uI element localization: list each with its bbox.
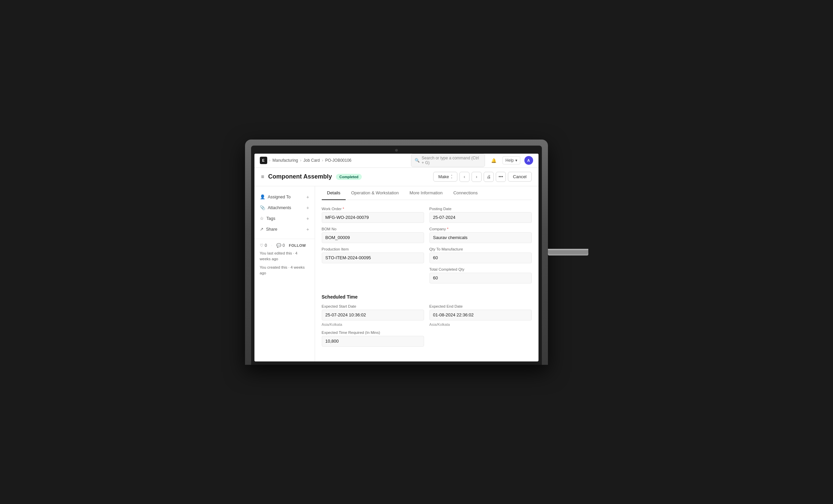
sidebar-item-assigned-to-left: 👤 Assigned To	[260, 194, 291, 199]
app-logo[interactable]: E	[260, 157, 267, 164]
expected-start-date-group: Expected Start Date 25-07-2024 10:36:02 …	[322, 304, 424, 326]
assigned-to-add-icon[interactable]: +	[306, 194, 309, 200]
production-item-group: Production Item STO-ITEM-2024-00095	[322, 247, 424, 263]
spacer-group-2	[429, 330, 532, 347]
tab-details[interactable]: Details	[322, 186, 346, 200]
expected-end-date-label: Expected End Date	[429, 304, 532, 308]
hamburger-icon[interactable]: ≡	[261, 174, 264, 180]
bom-no-group: BOM No BOM_00009	[322, 227, 424, 243]
bom-no-value[interactable]: BOM_00009	[322, 232, 424, 243]
likes-item[interactable]: ♡ 0	[260, 243, 267, 248]
heart-icon: ♡	[260, 243, 264, 248]
expected-end-date-group: Expected End Date 01-08-2024 22:36:02 As…	[429, 304, 532, 326]
sidebar-item-share-left: ↗ Share	[260, 227, 277, 232]
breadcrumb-po[interactable]: PO-JOB00106	[325, 158, 351, 163]
sidebar-item-assigned-to[interactable]: 👤 Assigned To +	[255, 192, 315, 202]
form-row-3: Production Item STO-ITEM-2024-00095 Qty …	[322, 247, 532, 263]
form-section-scheduled: Scheduled Time Expected Start Date 25-07…	[322, 292, 532, 347]
tab-more-information[interactable]: More Information	[404, 186, 448, 200]
work-order-group: Work Order * MFG-WO-2024-00079	[322, 207, 424, 223]
make-chevron-icon: ⁚	[451, 174, 452, 179]
top-nav: E › Manufacturing › Job Card › PO-JOB001…	[255, 154, 539, 168]
sidebar-item-tags[interactable]: ☆ Tags +	[255, 213, 315, 224]
scheduled-row-1: Expected Start Date 25-07-2024 10:36:02 …	[322, 304, 532, 326]
sidebar-tags-label: Tags	[266, 216, 275, 221]
follow-button[interactable]: FOLLOW	[289, 244, 306, 248]
total-completed-qty-group: Total Completed Qty 60	[429, 267, 532, 283]
production-item-label: Production Item	[322, 247, 424, 251]
work-order-label: Work Order *	[322, 207, 424, 211]
expected-time-value[interactable]: 10,800	[322, 336, 424, 347]
form-row-2: BOM No BOM_00009 Company * Saurav chemic…	[322, 227, 532, 243]
production-item-value[interactable]: STO-ITEM-2024-00095	[322, 252, 424, 263]
activity-separator: ·	[271, 243, 272, 248]
sidebar-item-tags-left: ☆ Tags	[260, 216, 275, 221]
search-icon: 🔍	[415, 158, 420, 163]
tags-add-icon[interactable]: +	[306, 216, 309, 221]
form-section-main: Work Order * MFG-WO-2024-00079 Posting D…	[322, 207, 532, 283]
qty-to-manufacture-value[interactable]: 60	[429, 252, 532, 263]
more-options-button[interactable]: •••	[496, 172, 506, 182]
cancel-button[interactable]: Cancel	[508, 172, 531, 181]
breadcrumb-sep-1: ›	[269, 158, 270, 163]
next-button[interactable]: ›	[472, 172, 482, 182]
page-title: Component Assembly	[268, 173, 332, 180]
tab-operation-workstation[interactable]: Operation & Workstation	[346, 186, 404, 200]
nav-right: 🔍 Search or type a command (Ctrl + G) 🔔 …	[411, 154, 533, 167]
posting-date-group: Posting Date 25-07-2024	[429, 207, 532, 223]
expected-time-label: Expected Time Required (In Mins)	[322, 330, 424, 334]
expected-end-date-value[interactable]: 01-08-2024 22:36:02	[429, 310, 532, 321]
sidebar: 👤 Assigned To + 📎 Attachments +	[255, 186, 315, 361]
attachments-icon: 📎	[260, 205, 265, 210]
work-order-value[interactable]: MFG-WO-2024-00079	[322, 212, 424, 223]
company-value[interactable]: Saurav chemicals	[429, 232, 532, 243]
page-header: ≡ Component Assembly Completed Make ⁚ ‹ …	[255, 168, 539, 186]
activity-row: ♡ 0 · 💬 0 FOLLOW	[260, 243, 309, 248]
search-bar[interactable]: 🔍 Search or type a command (Ctrl + G)	[411, 154, 485, 167]
expected-start-date-value[interactable]: 25-07-2024 10:36:02	[322, 310, 424, 321]
start-timezone-label: Asia/Kolkata	[322, 323, 424, 326]
comments-count: 0	[283, 243, 285, 248]
main-layout: 👤 Assigned To + 📎 Attachments +	[255, 186, 539, 361]
share-add-icon[interactable]: +	[306, 227, 309, 232]
help-chevron-icon: ▾	[515, 158, 517, 163]
breadcrumb: E › Manufacturing › Job Card › PO-JOB001…	[260, 157, 352, 164]
total-completed-qty-label: Total Completed Qty	[429, 267, 532, 271]
expected-start-date-label: Expected Start Date	[322, 304, 424, 308]
page-title-area: ≡ Component Assembly Completed	[261, 173, 362, 180]
sidebar-item-attachments[interactable]: 📎 Attachments +	[255, 202, 315, 213]
breadcrumb-jobcard[interactable]: Job Card	[304, 158, 320, 163]
posting-date-value[interactable]: 25-07-2024	[429, 212, 532, 223]
qty-to-manufacture-group: Qty To Manufacture 60	[429, 247, 532, 263]
bom-no-label: BOM No	[322, 227, 424, 231]
total-completed-qty-value[interactable]: 60	[429, 273, 532, 283]
content-area: Details Operation & Workstation More Inf…	[315, 186, 539, 361]
created-text: You created this · 4 weeks ago	[260, 264, 309, 276]
tab-connections[interactable]: Connections	[448, 186, 483, 200]
last-edited-text: You last edited this · 4 weeks ago	[260, 251, 309, 262]
print-button[interactable]: 🖨	[484, 172, 494, 182]
spacer-group	[322, 267, 424, 283]
header-actions: Make ⁚ ‹ › 🖨 ••• Cancel	[433, 172, 531, 182]
help-button[interactable]: Help ▾	[502, 156, 520, 165]
make-button[interactable]: Make ⁚	[433, 172, 457, 181]
prev-button[interactable]: ‹	[459, 172, 470, 182]
sidebar-share-label: Share	[266, 227, 277, 232]
make-label: Make	[438, 174, 449, 179]
company-label: Company *	[429, 227, 532, 231]
attachments-add-icon[interactable]: +	[306, 205, 309, 210]
sidebar-item-share[interactable]: ↗ Share +	[255, 224, 315, 235]
company-group: Company * Saurav chemicals	[429, 227, 532, 243]
notification-button[interactable]: 🔔	[489, 156, 498, 165]
avatar[interactable]: A	[524, 156, 533, 165]
form-row-1: Work Order * MFG-WO-2024-00079 Posting D…	[322, 207, 532, 223]
posting-date-label: Posting Date	[429, 207, 532, 211]
qty-to-manufacture-label: Qty To Manufacture	[429, 247, 532, 251]
search-placeholder: Search or type a command (Ctrl + G)	[422, 156, 481, 165]
tags-icon: ☆	[260, 216, 264, 221]
likes-count: 0	[265, 243, 267, 248]
breadcrumb-manufacturing[interactable]: Manufacturing	[272, 158, 298, 163]
scheduled-time-title: Scheduled Time	[322, 292, 532, 300]
comments-item[interactable]: 💬 0	[276, 243, 285, 248]
assigned-to-icon: 👤	[260, 194, 265, 199]
